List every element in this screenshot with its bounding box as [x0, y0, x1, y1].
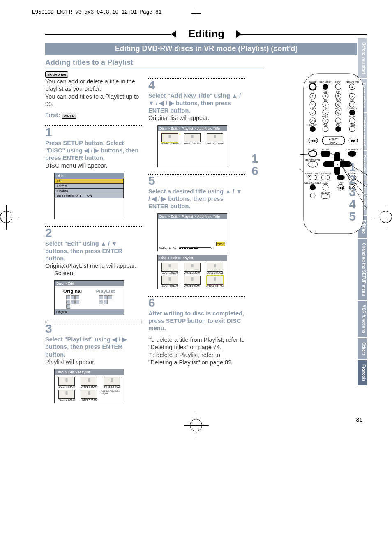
- svg-text:2: 2: [325, 95, 326, 98]
- disc-menu-protect: Disc Protect OFF → ON: [55, 193, 124, 198]
- progress-bar: [179, 247, 212, 249]
- svg-text:VCR: VCR: [323, 124, 328, 126]
- svg-point-47: [349, 110, 355, 115]
- playlist-after-crumb: Disc > Edit > Playlist: [158, 255, 227, 261]
- svg-text:1: 1: [312, 95, 314, 98]
- svg-point-56: [335, 126, 341, 132]
- svg-text:GHI: GHI: [311, 99, 315, 101]
- svg-text:CLEAR/C.RESET: CLEAR/C.RESET: [304, 182, 321, 184]
- svg-text:+10: +10: [311, 120, 315, 122]
- svg-text:SPACE: SPACE: [322, 115, 329, 118]
- crop-mark-bottom: [190, 419, 202, 431]
- pl-cell-2: JAN/1 3:00AM: [101, 386, 122, 388]
- callout-right-1: 1: [349, 160, 356, 174]
- step-2-body: Original/PlayList menu will appear.: [45, 262, 142, 269]
- step-5-title: Select a desired title using ▲ / ▼ / ◀ /…: [148, 188, 245, 210]
- svg-text:VIDEO/TV: VIDEO/TV: [347, 107, 357, 110]
- svg-text:0: 0: [325, 120, 326, 122]
- step-3-title: Select "PlayList" using ◀ / ▶ buttons, t…: [45, 336, 142, 358]
- pl-cell-4: JAN/1 5:00AM: [79, 399, 100, 401]
- write-label: Writing to Disc: [159, 247, 178, 250]
- svg-text:DVD: DVD: [336, 124, 341, 126]
- svg-text:3: 3: [337, 95, 339, 98]
- pa-cell-4: JAN/1 5:00AM: [182, 285, 203, 287]
- step-1-title: Press SETUP button. Select "DISC" using …: [45, 139, 142, 161]
- disc-menu-title: Disc: [55, 173, 124, 179]
- svg-text:8: 8: [325, 111, 326, 114]
- intro-p2: You can add titles to a Playlist up to 9…: [45, 93, 142, 108]
- svg-point-83: [337, 175, 345, 180]
- sub-banner: Editing DVD-RW discs in VR mode (Playlis…: [45, 43, 367, 55]
- callout-right-5: 5: [349, 210, 356, 223]
- pl-cell-0: JAN/1 1:00AM: [56, 386, 77, 388]
- edit-status: Original: [55, 309, 124, 315]
- dvd-disc-icon: ◎ DVD: [62, 113, 76, 119]
- svg-text:CH: CH: [350, 99, 354, 101]
- svg-text:▲: ▲: [351, 85, 354, 88]
- svg-text:◀◀: ◀◀: [311, 139, 316, 142]
- svg-text:MENU/LIST: MENU/LIST: [307, 172, 318, 175]
- disc-menu-format: Format: [55, 184, 124, 189]
- step-1-num: 1: [45, 126, 142, 138]
- step-6-num: 6: [148, 297, 245, 309]
- svg-text:|◀◀: |◀◀: [338, 187, 343, 189]
- step-5-num: 5: [148, 175, 245, 187]
- disc-menu-edit: Edit: [55, 179, 124, 184]
- edit-original: Original: [63, 289, 82, 294]
- playlist-crumb: Disc > Edit > Playlist: [55, 369, 124, 375]
- svg-text:SKIP: SKIP: [338, 182, 343, 184]
- callout-left-6: 6: [251, 164, 258, 178]
- svg-text:REC SPEED: REC SPEED: [320, 81, 332, 83]
- svg-text:PAUSE: PAUSE: [349, 124, 356, 126]
- step-6-body1: To delete a title from Playlist, refer t…: [148, 336, 245, 351]
- svg-text:DISPLAY: DISPLAY: [309, 124, 317, 126]
- pa-cell-5: JAN/12 6:00PM: [204, 285, 225, 287]
- step-6-body2: To delete a Playlist, refer to "Deleting…: [148, 351, 245, 366]
- svg-text:4: 4: [312, 103, 314, 106]
- svg-text:REC MONITOR: REC MONITOR: [305, 159, 320, 161]
- step-3-body: Playlist will appear.: [45, 358, 142, 366]
- pl-cell-3: JAN/1 4:00AM: [56, 399, 77, 401]
- addnew-crumb: Disc > Edit > Playlist > Add New Title: [158, 126, 227, 131]
- svg-rect-69: [321, 151, 330, 157]
- svg-text:AUDIO: AUDIO: [335, 81, 341, 83]
- svg-text:PQRS: PQRS: [310, 107, 316, 110]
- step-4-title: Select "Add New Title" using ▲ / ▼ / ◀ /…: [148, 92, 245, 114]
- svg-text:DEF: DEF: [336, 91, 340, 93]
- svg-text:ABC: ABC: [323, 91, 328, 93]
- svg-text:SETUP: SETUP: [322, 148, 329, 151]
- svg-text:6: 6: [337, 103, 339, 106]
- svg-text:STOP ■: STOP ■: [330, 142, 337, 144]
- playlist-screen: Disc > Edit > Playlist JAN/1 1:00AM JAN/…: [54, 369, 124, 403]
- svg-text:ZOOM: ZOOM: [323, 182, 329, 184]
- edit-crumb: Disc > Edit: [55, 281, 124, 286]
- screen-label: Screen:: [54, 269, 142, 277]
- svg-text:▶▶: ▶▶: [351, 139, 356, 142]
- step-6-title: After writing to disc is completed, pres…: [148, 310, 245, 332]
- step-2-num: 2: [45, 227, 142, 239]
- section-heading: Adding titles to a Playlist: [45, 58, 264, 69]
- svg-text:5: 5: [325, 103, 326, 106]
- an-cell-0: JAN/10 10:30AM: [159, 142, 180, 145]
- dvd-rw-badge: VR DVD-RW: [45, 71, 68, 78]
- svg-point-70: [348, 151, 356, 157]
- svg-point-89: [310, 184, 316, 190]
- addnew-screen: Disc > Edit > Playlist > Add New Title J…: [157, 125, 227, 167]
- disc-menu-screenshot: Disc Edit Format Finalize Disc Protect O…: [54, 173, 124, 219]
- svg-text:WXYZ: WXYZ: [335, 107, 341, 110]
- page-title-band: Editing: [45, 28, 367, 40]
- edit-playlist: PlayList: [96, 289, 115, 294]
- svg-point-6: [323, 84, 328, 90]
- pl-cell-menu: Add New Title Delete Playlist: [101, 390, 122, 395]
- step-4-body: Original list will appear.: [148, 114, 245, 122]
- svg-text:TOP MENU: TOP MENU: [320, 172, 331, 175]
- disc-menu-finalize: Finalize: [55, 189, 124, 193]
- step-1-body: DISC menu will appear.: [45, 162, 142, 169]
- pa-cell-2: JAN/1 3:00AM: [204, 272, 225, 274]
- svg-point-54: [310, 126, 316, 132]
- svg-text:TIMER PROG.: TIMER PROG.: [346, 148, 360, 151]
- callout-right-4: 4: [349, 197, 356, 211]
- pa-cell-3: JAN/1 4:00AM: [159, 285, 180, 287]
- write-crumb: Disc > Edit > Playlist > Add New Title: [158, 214, 227, 219]
- svg-text:SLOW: SLOW: [349, 115, 355, 118]
